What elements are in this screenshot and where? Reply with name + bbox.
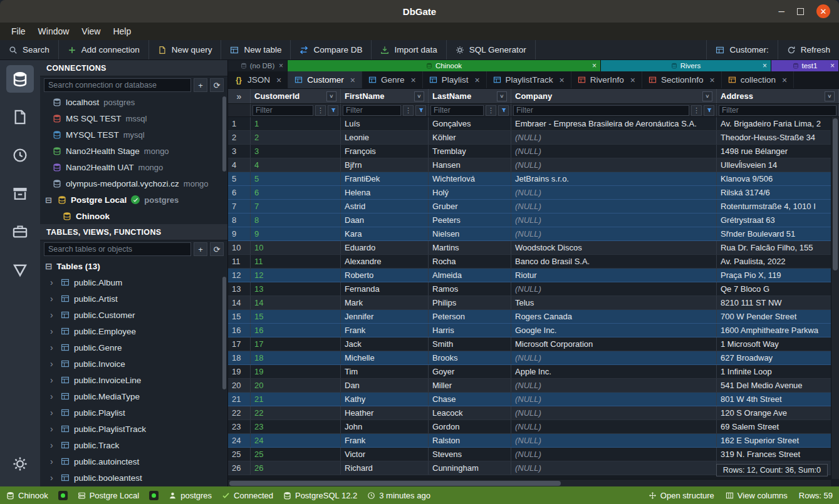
table-row[interactable]: 1111AlexandreRochaBanco do Brasil S.A.Av… xyxy=(228,255,839,269)
cell-id[interactable]: 18 xyxy=(251,351,341,364)
cell-address[interactable]: 1600 Amphitheatre Parkwa xyxy=(717,324,839,337)
cell-company[interactable]: (NULL) xyxy=(511,434,717,447)
filter-input-firstname[interactable] xyxy=(343,105,401,116)
table-item-public-album[interactable]: ›public.Album xyxy=(40,274,227,291)
table-row[interactable]: 11LuísGonçalvesEmbraer - Empresa Brasile… xyxy=(228,117,839,131)
tab-playlist[interactable]: Playlist× xyxy=(423,71,487,88)
cell-last[interactable]: Harris xyxy=(429,324,511,337)
cell-address[interactable]: Klanova 9/506 xyxy=(717,172,839,185)
tab-playlisttrack[interactable]: PlaylistTrack× xyxy=(487,71,571,88)
cell-id[interactable]: 6 xyxy=(251,186,341,199)
filter-menu-icon[interactable]: ⋮ xyxy=(486,105,496,116)
funnel-icon[interactable] xyxy=(498,105,509,116)
cell-first[interactable]: Frank xyxy=(341,324,429,337)
cell-address[interactable]: Av. Paulista, 2022 xyxy=(717,255,839,268)
cell-id[interactable]: 26 xyxy=(251,461,341,475)
cell-address[interactable]: 801 W 4th Street xyxy=(717,393,839,406)
filter-menu-icon[interactable]: ⋮ xyxy=(691,105,702,116)
table-item-public-invoiceline[interactable]: ›public.InvoiceLine xyxy=(40,372,227,388)
connection-nano2health-uat[interactable]: Nano2Health UATmongo xyxy=(40,159,227,175)
maximize-button[interactable] xyxy=(797,8,804,15)
cell-first[interactable]: FrantiĐek xyxy=(341,172,429,185)
cell-first[interactable]: Alexandre xyxy=(341,255,429,268)
cell-first[interactable]: Daan xyxy=(341,213,429,227)
column-dropdown-icon[interactable]: ˅ xyxy=(497,91,507,101)
cell-last[interactable]: Miller xyxy=(429,379,511,392)
column-header-company[interactable]: Company˅ xyxy=(511,89,717,103)
dbtab-test1[interactable]: test1× xyxy=(771,60,839,71)
cell-company[interactable]: Microsoft Corporation xyxy=(511,337,717,351)
cell-id[interactable]: 3 xyxy=(251,145,341,158)
tables-scrollbar[interactable] xyxy=(222,277,226,389)
table-row[interactable]: 33FrançoisTremblay(NULL)1498 rue Bélange… xyxy=(228,145,839,158)
funnel-icon[interactable] xyxy=(704,105,714,116)
database-chinook[interactable]: Chinook xyxy=(40,208,227,224)
iconbar-archive[interactable] xyxy=(6,180,34,207)
cell-address[interactable]: Grétrystraat 63 xyxy=(717,213,839,227)
chevron-right-icon[interactable]: › xyxy=(50,391,56,401)
statusbar-open-structure[interactable]: Open structure xyxy=(649,491,714,500)
menu-help[interactable]: Help xyxy=(107,24,137,38)
cell-id[interactable]: 16 xyxy=(251,324,341,337)
cell-address[interactable]: 8210 111 ST NW xyxy=(717,296,839,309)
cell-first[interactable]: Mark xyxy=(341,296,429,309)
refresh-tables-button[interactable]: ⟳ xyxy=(210,242,224,256)
cell-id[interactable]: 17 xyxy=(251,337,341,351)
collapse-icon[interactable]: ⊟ xyxy=(45,195,53,205)
cell-company[interactable]: Banco do Brasil S.A. xyxy=(511,255,717,268)
cell-address[interactable]: Ullevĺlsveien 14 xyxy=(717,158,839,172)
chevron-right-icon[interactable]: › xyxy=(50,326,56,336)
cell-first[interactable]: Frank xyxy=(341,434,429,447)
connection-ms-sql-test[interactable]: MS SQL TESTmssql xyxy=(40,110,227,126)
cell-address[interactable]: Qe 7 Bloco G xyxy=(717,282,839,296)
dbtab-rivers[interactable]: Rivers× xyxy=(601,60,771,71)
table-item-public-invoice[interactable]: ›public.Invoice xyxy=(40,356,227,372)
expand-columns-button[interactable]: » xyxy=(228,89,251,103)
table-row[interactable]: 77AstridGruber(NULL)Rotenturmstraße 4, 1… xyxy=(228,200,839,213)
cell-first[interactable]: Michelle xyxy=(341,351,429,364)
column-header-customerid[interactable]: CustomerId˅ xyxy=(251,89,341,103)
connection-nano2health-stage[interactable]: Nano2Health Stagemongo xyxy=(40,143,227,159)
table-item-public-customer[interactable]: ›public.Customer xyxy=(40,307,227,323)
tab-close-icon[interactable]: × xyxy=(830,61,835,70)
table-row[interactable]: 1414MarkPhilipsTelus8210 111 ST NW xyxy=(228,296,839,310)
cell-company[interactable]: (NULL) xyxy=(511,420,717,433)
tab-close-icon[interactable]: × xyxy=(276,75,281,85)
refresh-connections-button[interactable]: ⟳ xyxy=(210,78,224,92)
connection-localhost[interactable]: localhostpostgres xyxy=(40,94,227,110)
close-button[interactable]: ✕ xyxy=(816,4,830,18)
iconbar-history[interactable] xyxy=(6,141,34,169)
collapse-icon[interactable]: ⊟ xyxy=(45,261,52,271)
filter-menu-icon[interactable]: ⋮ xyxy=(403,105,414,116)
tables-group-row[interactable]: ⊟ Tables (13) xyxy=(40,258,227,274)
chevron-right-icon[interactable]: › xyxy=(50,375,56,385)
connection-postgre-local[interactable]: ⊟Postgre Localpostgres xyxy=(40,192,227,208)
chevron-right-icon[interactable]: › xyxy=(50,294,56,304)
import-data-button[interactable]: Import data xyxy=(372,40,446,59)
cell-address[interactable]: Theodor-Heuss-Straße 34 xyxy=(717,131,839,144)
cell-address[interactable]: 120 S Orange Ave xyxy=(717,406,839,419)
cell-first[interactable]: Eduardo xyxy=(341,241,429,254)
menu-window[interactable]: Window xyxy=(32,24,76,38)
customer-quick-button[interactable]: Customer: xyxy=(706,40,777,59)
table-row[interactable]: 1313FernandaRamos(NULL)Qe 7 Bloco G xyxy=(228,282,839,296)
funnel-icon[interactable] xyxy=(415,105,426,116)
tab-close-icon[interactable]: × xyxy=(782,75,787,85)
iconbar-settings[interactable] xyxy=(6,450,34,478)
cell-company[interactable]: (NULL) xyxy=(511,282,717,296)
tab-close-icon[interactable]: × xyxy=(763,61,767,70)
cell-last[interactable]: Hansen xyxy=(429,158,511,172)
chevron-right-icon[interactable]: › xyxy=(50,342,56,352)
tab-close-icon[interactable]: × xyxy=(592,61,597,70)
cell-last[interactable]: Peeters xyxy=(429,213,511,227)
cell-first[interactable]: François xyxy=(341,145,429,158)
cell-address[interactable]: 1498 rue Bélanger xyxy=(717,145,839,158)
add-table-mini-button[interactable]: + xyxy=(194,242,207,256)
cell-last[interactable]: Goyer xyxy=(429,365,511,378)
cell-last[interactable]: Leacock xyxy=(429,406,511,419)
cell-first[interactable]: Kara xyxy=(341,227,429,240)
connection-search-input[interactable] xyxy=(44,78,191,92)
table-item-public-genre[interactable]: ›public.Genre xyxy=(40,339,227,356)
cell-id[interactable]: 25 xyxy=(251,448,341,461)
cell-last[interactable]: Ralston xyxy=(429,434,511,447)
